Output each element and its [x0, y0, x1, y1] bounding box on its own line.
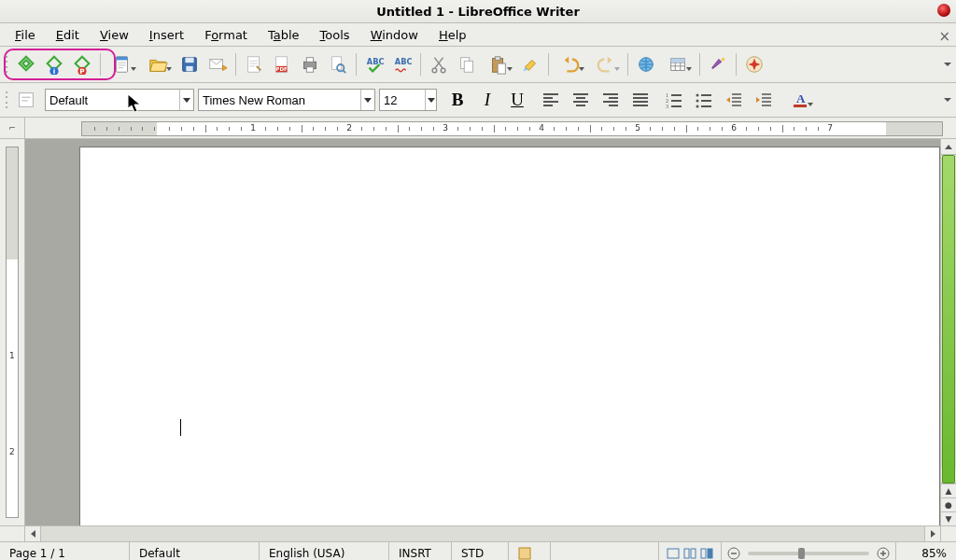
statusbar: Page 1 / 1 Default English (USA) INSRT S… — [0, 541, 956, 560]
new-document-button[interactable] — [105, 51, 139, 77]
font-size-combo[interactable] — [379, 89, 437, 111]
svg-rect-43 — [668, 549, 679, 558]
scroll-right-button[interactable] — [924, 526, 940, 541]
status-language[interactable]: English (USA) — [260, 542, 389, 560]
cut-button[interactable] — [426, 51, 452, 77]
scroll-up-button[interactable] — [941, 139, 956, 155]
font-name-combo[interactable] — [198, 89, 375, 111]
svg-rect-7 — [185, 58, 193, 63]
ruler-corner: ⌐ — [0, 118, 25, 139]
toolbar-handle[interactable] — [6, 54, 9, 75]
italic-button[interactable]: I — [474, 87, 500, 113]
status-modified-icon[interactable] — [509, 542, 551, 560]
zoom-slider[interactable] — [748, 552, 869, 555]
email-button[interactable] — [204, 51, 231, 77]
font-color-button[interactable]: A — [784, 87, 816, 113]
undo-button[interactable] — [554, 51, 587, 77]
paste-button[interactable] — [482, 51, 515, 77]
svg-point-37 — [696, 94, 699, 97]
epub-export-button[interactable] — [13, 51, 39, 77]
styles-window-button[interactable] — [15, 87, 37, 113]
toolbar-overflow-button[interactable] — [943, 52, 952, 77]
page[interactable] — [79, 147, 940, 525]
svg-rect-30 — [671, 59, 685, 63]
svg-point-31 — [722, 58, 725, 62]
align-center-button[interactable] — [568, 87, 594, 113]
document-canvas[interactable] — [25, 139, 940, 525]
bold-button[interactable]: B — [444, 87, 471, 113]
horizontal-scrollbar[interactable] — [25, 526, 940, 541]
svg-rect-44 — [684, 549, 689, 558]
toolbar-handle[interactable] — [6, 90, 9, 110]
next-page-button[interactable]: ▼ — [941, 511, 956, 525]
copy-button[interactable] — [454, 51, 480, 77]
increase-indent-button[interactable] — [751, 87, 777, 113]
dropdown-caret-icon[interactable] — [425, 90, 436, 110]
status-insert-mode[interactable]: INSRT — [389, 542, 452, 560]
format-paintbrush-button[interactable] — [517, 51, 543, 77]
menu-edit[interactable]: Edit — [47, 26, 89, 44]
paragraph-style-input[interactable] — [46, 93, 179, 107]
vertical-ruler[interactable]: 12 — [0, 139, 25, 525]
epub-p-button[interactable]: P — [69, 51, 95, 77]
dropdown-caret-icon[interactable] — [360, 90, 374, 110]
table-button[interactable] — [661, 51, 695, 77]
print-button[interactable] — [297, 51, 323, 77]
menu-tools[interactable]: Tools — [311, 26, 359, 44]
menu-insert[interactable]: Insert — [140, 26, 193, 44]
svg-text:ABC: ABC — [395, 57, 413, 66]
scrollbar-thumb[interactable] — [942, 155, 955, 483]
spellcheck-button[interactable]: ABC — [361, 51, 387, 77]
font-name-input[interactable] — [199, 93, 360, 107]
scroll-left-button[interactable] — [25, 526, 41, 541]
prev-page-button[interactable]: ▲ — [941, 483, 956, 497]
navigation-button[interactable]: ● — [941, 497, 956, 511]
zoom-in-icon[interactable] — [877, 547, 890, 560]
menu-format[interactable]: Format — [195, 26, 257, 44]
hyperlink-button[interactable] — [633, 51, 659, 77]
edit-file-button[interactable] — [241, 51, 267, 77]
status-page[interactable]: Page 1 / 1 — [0, 542, 130, 560]
zoom-controls[interactable] — [722, 542, 896, 560]
status-selection-mode[interactable]: STD — [452, 542, 509, 560]
export-pdf-button[interactable]: PDF — [269, 51, 295, 77]
align-justify-button[interactable] — [627, 87, 654, 113]
zoom-out-icon[interactable] — [727, 547, 740, 560]
show-draw-functions-button[interactable] — [705, 51, 731, 77]
print-preview-button[interactable] — [325, 51, 351, 77]
open-button[interactable] — [141, 51, 175, 77]
document-close-button[interactable]: × — [938, 28, 950, 45]
window-close-button[interactable] — [937, 4, 950, 17]
svg-point-38 — [696, 100, 699, 103]
vertical-scrollbar[interactable]: ▲ ● ▼ — [940, 139, 956, 525]
redo-button[interactable] — [589, 51, 623, 77]
ruler-number: 2 — [346, 123, 352, 133]
paragraph-style-combo[interactable] — [45, 89, 194, 111]
horizontal-ruler[interactable]: 1234567 — [25, 118, 956, 138]
menu-view[interactable]: View — [91, 26, 138, 44]
menu-help[interactable]: Help — [429, 26, 476, 44]
bullet-list-button[interactable] — [691, 87, 717, 113]
navigator-button[interactable] — [741, 51, 767, 77]
menu-table[interactable]: Table — [259, 26, 309, 44]
font-size-input[interactable] — [380, 93, 425, 107]
epub-info-button[interactable]: i — [41, 51, 67, 77]
save-button[interactable] — [176, 51, 203, 77]
svg-text:ABC: ABC — [367, 57, 385, 66]
auto-spellcheck-button[interactable]: ABC — [389, 51, 415, 77]
menu-file[interactable]: File — [6, 26, 45, 44]
horizontal-scroll-row — [0, 525, 956, 541]
numbered-list-button[interactable]: 123 — [661, 87, 687, 113]
svg-rect-45 — [691, 549, 696, 558]
underline-button[interactable]: U — [504, 87, 530, 113]
align-right-button[interactable] — [598, 87, 624, 113]
dropdown-caret-icon[interactable] — [179, 90, 193, 110]
toolbar-overflow-button[interactable] — [943, 88, 952, 112]
view-layout-buttons[interactable] — [659, 542, 722, 560]
status-style[interactable]: Default — [130, 542, 260, 560]
menu-window[interactable]: Window — [361, 26, 428, 44]
status-zoom[interactable]: 85% — [896, 542, 956, 560]
decrease-indent-button[interactable] — [721, 87, 747, 113]
menubar: File Edit View Insert Format Table Tools… — [0, 23, 956, 47]
align-left-button[interactable] — [538, 87, 564, 113]
